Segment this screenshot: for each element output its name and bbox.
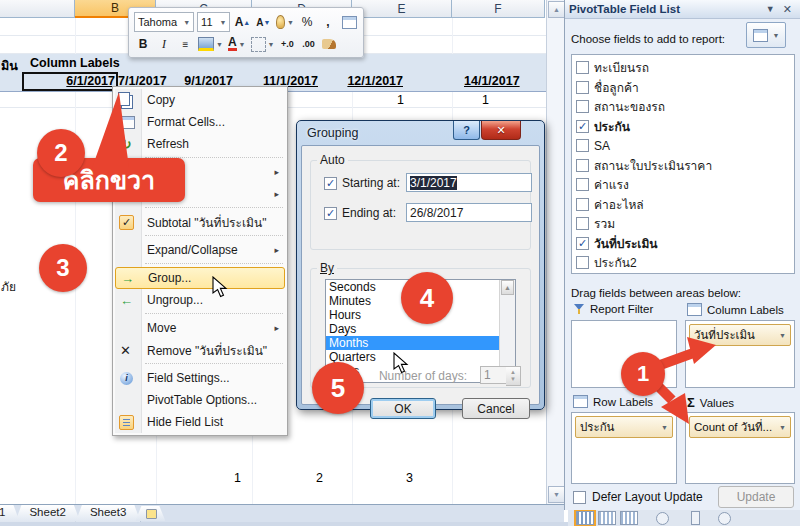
by-option-quarters[interactable]: Quarters (326, 350, 515, 364)
insert-worksheet-icon[interactable] (135, 506, 165, 521)
date-cell-5[interactable]: 12/1/2017 (321, 72, 406, 91)
field-checkbox[interactable] (576, 61, 589, 74)
menu-item-field-settings[interactable]: iField Settings... (115, 367, 285, 389)
font-size-select[interactable]: 11▼ (197, 12, 230, 32)
chevron-down-icon: ▼ (779, 424, 786, 431)
field-row-1[interactable]: ทะเบียนรถ (574, 58, 792, 78)
percent-style-button[interactable]: % (298, 13, 316, 31)
field-checkbox[interactable] (576, 217, 589, 230)
column-labels-area[interactable]: วันที่ประเมิน ▼ (685, 320, 795, 388)
menu-item-refresh[interactable]: ↻Refresh (115, 133, 285, 155)
close-button[interactable]: ✕ (481, 121, 521, 140)
field-row-9[interactable]: รวม (574, 214, 792, 234)
ending-at-checkbox[interactable]: ✓ (324, 207, 337, 220)
table-format-button[interactable] (340, 13, 358, 31)
menu-item-ungroup[interactable]: ←Ungroup... (115, 289, 285, 311)
number-of-days-input[interactable]: 1 (480, 366, 507, 384)
field-pill-values[interactable]: Count of วันที่... ▼ (689, 416, 791, 438)
field-label: ค่าแรง (594, 175, 629, 194)
menu-item-pivottable-options[interactable]: PivotTable Options... (115, 389, 285, 411)
bold-button[interactable]: B (134, 35, 152, 53)
number-of-days-label: Number of days: (379, 369, 467, 383)
page-break-view-icon[interactable] (620, 511, 638, 525)
scroll-up-icon[interactable]: ▲ (501, 280, 514, 295)
font-color-button[interactable]: A▼ (227, 35, 247, 53)
field-checkbox[interactable] (576, 256, 589, 269)
coin-icon (276, 15, 285, 29)
center-align-button[interactable]: ≡ (176, 35, 194, 53)
field-checkbox[interactable] (576, 159, 589, 172)
column-header-F[interactable]: F (452, 0, 545, 18)
starting-at-checkbox[interactable]: ✓ (324, 177, 337, 190)
ending-at-input[interactable]: 26/8/2017 (406, 203, 532, 222)
field-checkbox[interactable] (576, 81, 589, 94)
field-row-2[interactable]: ชื่อลูกค้า (574, 78, 792, 98)
field-row-4[interactable]: ✓ประกัน (574, 117, 792, 137)
menu-item-hide-field-list[interactable]: Hide Field List (115, 411, 285, 433)
menu-item-remove[interactable]: ✕Remove "วันที่ประเมิน" (115, 339, 285, 361)
grow-font-button[interactable]: A▲ (233, 13, 251, 31)
normal-view-icon[interactable] (576, 511, 594, 525)
menu-item-copy[interactable]: Copy (115, 89, 285, 111)
fill-color-button[interactable]: ▼ (197, 35, 224, 53)
field-pill-row-labels[interactable]: ประกัน ▼ (575, 416, 673, 438)
field-row-6[interactable]: สถานะใบประเมินราคา (574, 156, 792, 176)
zoom-out-icon[interactable] (656, 512, 669, 525)
field-row-3[interactable]: สถานะของรถ (574, 97, 792, 117)
panel-title-bar: PivotTable Field List ▼ ✕ (565, 0, 800, 19)
sheet-tab-sheet2[interactable]: Sheet2 (14, 505, 80, 523)
field-checkbox[interactable]: ✓ (576, 237, 589, 250)
panel-menu-icon[interactable]: ▼ (762, 4, 779, 14)
field-row-5[interactable]: SA (574, 136, 792, 156)
update-button[interactable]: Update (718, 486, 794, 508)
field-list-layout-button[interactable]: ▼ (746, 22, 786, 48)
menu-item-group[interactable]: →Group... (115, 267, 285, 289)
scroll-down-icon[interactable]: ▼ (548, 486, 565, 503)
field-checkbox[interactable] (576, 198, 589, 211)
field-row-11[interactable]: ประกัน2 (574, 253, 792, 273)
field-row-8[interactable]: ค่าอะไหล่ (574, 195, 792, 215)
field-checkbox[interactable]: ✓ (576, 120, 589, 133)
accounting-format-button[interactable]: ▼ (275, 13, 295, 31)
field-checkbox[interactable] (576, 139, 589, 152)
increase-decimal-button[interactable]: +.0 (278, 35, 296, 53)
field-row-10[interactable]: ✓วันที่ประเมิน (574, 234, 792, 254)
date-cell-6[interactable]: 14/1/2017 (406, 72, 545, 91)
by-option-days[interactable]: Days (326, 322, 515, 336)
menu-item-label: Ungroup... (147, 293, 203, 307)
menu-item-expand-collapse[interactable]: Expand/Collapse▸ (115, 239, 285, 261)
row-labels-area[interactable]: ประกัน ▼ (571, 412, 677, 484)
borders-button[interactable]: ▼ (250, 35, 276, 53)
field-checkbox[interactable] (576, 178, 589, 191)
decrease-decimal-button[interactable]: .00 (299, 35, 317, 53)
column-header-E[interactable]: E (352, 0, 452, 18)
italic-button[interactable]: I (155, 35, 173, 53)
zoom-in-icon[interactable] (718, 512, 731, 525)
sheet-tab-sheet3[interactable]: Sheet3 (75, 505, 141, 523)
shrink-font-button[interactable]: A▼ (254, 13, 272, 31)
ok-button[interactable]: OK (370, 398, 436, 419)
page-layout-view-icon[interactable] (598, 511, 616, 525)
help-button[interactable]: ? (453, 121, 480, 140)
sheet-vertical-scrollbar[interactable]: ▲ ▼ (546, 0, 564, 504)
field-checkbox[interactable] (576, 100, 589, 113)
format-painter-button[interactable] (320, 35, 338, 53)
cancel-button[interactable]: Cancel (462, 398, 530, 419)
zoom-slider-handle[interactable] (691, 511, 700, 525)
menu-item-move[interactable]: Move▸ (115, 317, 285, 339)
starting-at-input[interactable]: 3/1/2017 (406, 173, 532, 192)
menu-item-format-cells[interactable]: Format Cells... (115, 111, 285, 133)
column-header-partial[interactable] (0, 0, 75, 18)
panel-close-icon[interactable]: ✕ (779, 3, 796, 16)
field-row-7[interactable]: ค่าแรง (574, 175, 792, 195)
number-of-days-spinner[interactable]: ▲▼ (506, 366, 521, 386)
comma-style-button[interactable]: , (319, 13, 337, 31)
values-area[interactable]: Count of วันที่... ▼ (685, 412, 795, 484)
scroll-up-icon[interactable]: ▲ (548, 1, 565, 18)
font-name-select[interactable]: Tahoma▼ (134, 12, 194, 32)
date-cell-1[interactable]: 6/1/2017 (22, 72, 118, 91)
field-pill-column-labels[interactable]: วันที่ประเมิน ▼ (689, 324, 791, 346)
defer-layout-update-checkbox[interactable] (573, 491, 586, 504)
by-option-months[interactable]: Months (326, 336, 515, 350)
menu-item-subtotal[interactable]: ✓Subtotal "วันที่ประเมิน" (115, 211, 285, 233)
